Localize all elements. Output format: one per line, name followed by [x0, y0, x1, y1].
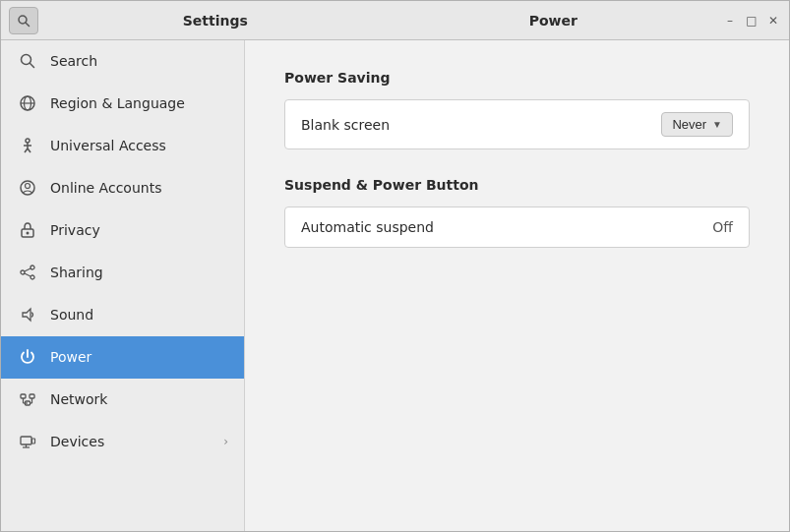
search-icon: [17, 50, 38, 72]
sidebar-item-label: Network: [50, 391, 228, 407]
svg-marker-21: [23, 309, 30, 321]
privacy-icon: [17, 219, 38, 241]
sidebar-panel-title: Settings: [46, 13, 385, 29]
sound-icon: [17, 304, 38, 325]
sidebar-item-network[interactable]: Network: [1, 379, 244, 421]
auto-suspend-value: Off: [712, 219, 733, 235]
suspend-title: Suspend & Power Button: [284, 177, 750, 193]
sidebar-item-region-language[interactable]: Region & Language: [1, 83, 244, 125]
blank-screen-value: Never: [672, 117, 706, 132]
sidebar-item-search[interactable]: Search: [1, 40, 244, 83]
chevron-right-icon: ›: [223, 435, 228, 448]
auto-suspend-label: Automatic suspend: [301, 219, 712, 235]
sidebar-item-power[interactable]: Power: [1, 336, 244, 379]
sidebar-item-label: Sharing: [50, 265, 228, 280]
blank-screen-row: Blank screen Never ▼: [285, 100, 749, 148]
sidebar-item-label: Power: [50, 349, 228, 365]
universal-access-icon: [17, 135, 38, 156]
svg-rect-29: [21, 437, 31, 444]
sidebar: Search Region & Language: [1, 40, 245, 531]
sidebar-item-label: Sound: [50, 307, 228, 323]
sidebar-item-label: Search: [50, 53, 228, 69]
svg-point-17: [21, 270, 25, 274]
svg-line-11: [28, 148, 30, 152]
region-icon: [17, 92, 38, 114]
svg-point-18: [30, 275, 34, 279]
online-accounts-icon: [17, 177, 38, 199]
content-panel-title: Power: [385, 13, 723, 29]
dropdown-arrow-icon: ▼: [712, 119, 722, 130]
sidebar-item-label: Devices: [50, 434, 212, 449]
sidebar-item-devices[interactable]: Devices ›: [1, 421, 244, 463]
svg-line-20: [25, 273, 30, 276]
window: Settings Power – □ ✕ Search: [0, 0, 790, 532]
devices-icon: [17, 431, 38, 452]
window-controls: – □ ✕: [722, 13, 781, 29]
sidebar-item-privacy[interactable]: Privacy: [1, 209, 244, 252]
sidebar-item-sound[interactable]: Sound: [1, 294, 244, 336]
sidebar-item-label: Online Accounts: [50, 180, 228, 196]
sidebar-item-online-accounts[interactable]: Online Accounts: [1, 167, 244, 209]
auto-suspend-row[interactable]: Automatic suspend Off: [285, 207, 749, 247]
power-saving-title: Power Saving: [284, 70, 750, 86]
search-toggle-button[interactable]: [9, 7, 38, 34]
svg-line-3: [30, 63, 33, 67]
svg-point-15: [27, 232, 30, 235]
svg-point-16: [30, 266, 34, 269]
blank-screen-label: Blank screen: [301, 117, 661, 133]
content-area: Power Saving Blank screen Never ▼ Suspen…: [245, 40, 789, 531]
sharing-icon: [17, 262, 38, 283]
sidebar-item-sharing[interactable]: Sharing: [1, 252, 244, 294]
svg-point-7: [26, 139, 30, 143]
sidebar-item-label: Universal Access: [50, 138, 228, 153]
power-icon: [17, 346, 38, 368]
suspend-card: Automatic suspend Off: [284, 207, 750, 248]
svg-rect-32: [32, 439, 35, 443]
svg-point-13: [26, 184, 30, 189]
network-icon: [17, 388, 38, 410]
close-button[interactable]: ✕: [765, 13, 781, 29]
svg-rect-23: [30, 394, 34, 398]
sidebar-item-label: Region & Language: [50, 95, 228, 111]
svg-line-1: [26, 23, 29, 26]
sidebar-item-universal-access[interactable]: Universal Access: [1, 125, 244, 167]
blank-screen-dropdown[interactable]: Never ▼: [661, 112, 733, 137]
sidebar-item-label: Privacy: [50, 222, 228, 238]
power-saving-card: Blank screen Never ▼: [284, 99, 750, 149]
svg-rect-22: [21, 394, 26, 398]
titlebar: Settings Power – □ ✕: [1, 1, 789, 40]
maximize-button[interactable]: □: [744, 13, 760, 29]
svg-line-19: [25, 268, 30, 271]
minimize-button[interactable]: –: [722, 13, 738, 29]
main-content: Search Region & Language: [1, 40, 789, 531]
